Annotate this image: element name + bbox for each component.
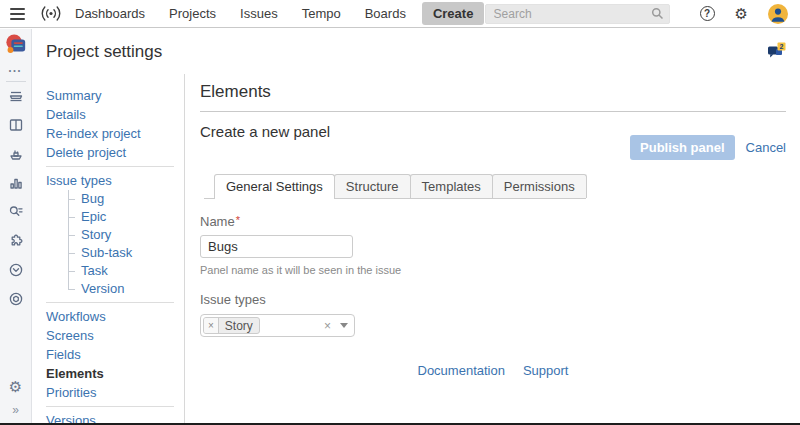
nav-issue-type-subtask[interactable]: Sub-task bbox=[68, 244, 184, 262]
tab-structure[interactable]: Structure bbox=[334, 174, 411, 198]
issue-types-tree: Bug Epic Story Sub-task Task Version bbox=[68, 190, 184, 298]
general-settings-form: Name* Panel name as it will be seen in t… bbox=[200, 214, 786, 378]
nav-issues[interactable]: Issues bbox=[240, 6, 278, 21]
nav-tempo[interactable]: Tempo bbox=[302, 6, 341, 21]
project-avatar[interactable] bbox=[5, 34, 27, 59]
publish-panel-button[interactable]: Publish panel bbox=[630, 135, 735, 160]
divider bbox=[46, 302, 174, 303]
divider bbox=[46, 406, 174, 407]
nav-issue-type-task[interactable]: Task bbox=[68, 262, 184, 280]
divider bbox=[46, 166, 174, 167]
nav-fields[interactable]: Fields bbox=[46, 345, 184, 364]
addons-puzzle-icon[interactable] bbox=[8, 233, 24, 249]
create-button[interactable]: Create bbox=[422, 2, 484, 25]
nav-reindex-project[interactable]: Re-index project bbox=[46, 124, 184, 143]
create-panel-title: Create a new panel bbox=[200, 123, 330, 140]
releases-ship-icon[interactable] bbox=[8, 146, 24, 162]
dropdown-arrow-icon[interactable] bbox=[340, 323, 348, 328]
divider bbox=[6, 81, 26, 82]
nav-issue-type-version[interactable]: Version bbox=[68, 280, 184, 298]
clear-selection-icon[interactable]: × bbox=[324, 319, 331, 333]
top-navigation-bar: Dashboards Projects Issues Tempo Boards … bbox=[0, 0, 800, 28]
nav-details[interactable]: Details bbox=[46, 105, 184, 124]
project-settings-nav: Summary Details Re-index project Delete … bbox=[32, 74, 185, 425]
components-icon[interactable] bbox=[8, 291, 24, 307]
nav-projects[interactable]: Projects bbox=[169, 6, 216, 21]
nav-priorities[interactable]: Priorities bbox=[46, 383, 184, 402]
footer-links: Documentation Support bbox=[200, 363, 786, 378]
nav-issue-types[interactable]: Issue types bbox=[46, 171, 184, 190]
panel-tabs: General Settings Structure Templates Per… bbox=[204, 174, 586, 199]
notification-badge: 2 bbox=[780, 43, 784, 50]
nav-summary[interactable]: Summary bbox=[46, 86, 184, 105]
name-field-label: Name* bbox=[200, 214, 786, 229]
cancel-link[interactable]: Cancel bbox=[746, 140, 786, 155]
help-icon[interactable]: ? bbox=[700, 6, 715, 21]
issue-types-field-label: Issue types bbox=[200, 292, 786, 307]
nav-elements-active[interactable]: Elements bbox=[46, 364, 184, 383]
search-input[interactable] bbox=[485, 4, 670, 24]
form-actions: Publish panel Cancel bbox=[630, 135, 786, 160]
gear-icon[interactable]: ⚙ bbox=[735, 6, 748, 21]
nav-issue-type-story[interactable]: Story bbox=[68, 226, 184, 244]
divider bbox=[200, 111, 786, 112]
nav-screens[interactable]: Screens bbox=[46, 326, 184, 345]
page-title: Project settings bbox=[46, 42, 162, 62]
broadcast-logo-icon[interactable] bbox=[39, 5, 63, 22]
support-link[interactable]: Support bbox=[523, 363, 569, 378]
search-container bbox=[485, 4, 670, 24]
tab-general-settings[interactable]: General Settings bbox=[214, 174, 335, 199]
sidebar-settings-gear-icon[interactable]: ⚙ bbox=[9, 379, 22, 394]
page-header: Project settings 2 bbox=[32, 29, 800, 74]
project-icon-sidebar: ••• ⚙ » bbox=[0, 29, 32, 425]
queues-icon[interactable] bbox=[8, 88, 24, 104]
hamburger-menu-icon[interactable] bbox=[10, 8, 25, 20]
documentation-link[interactable]: Documentation bbox=[418, 363, 505, 378]
search-icon bbox=[651, 7, 664, 20]
expand-sidebar-icon[interactable]: » bbox=[12, 403, 19, 417]
topbar-icon-group: ? ⚙ bbox=[700, 4, 788, 24]
panel-name-input[interactable] bbox=[200, 235, 353, 258]
create-panel-header-row: Create a new panel Publish panel Cancel bbox=[200, 123, 786, 160]
selected-tag-story: × Story bbox=[203, 317, 260, 334]
issues-search-icon[interactable] bbox=[8, 204, 24, 220]
board-icon[interactable] bbox=[8, 117, 24, 133]
tab-templates[interactable]: Templates bbox=[410, 174, 493, 198]
elements-heading: Elements bbox=[200, 82, 786, 102]
nav-delete-project[interactable]: Delete project bbox=[46, 143, 184, 162]
nav-issue-type-bug[interactable]: Bug bbox=[68, 190, 184, 208]
issue-types-select[interactable]: × Story × bbox=[200, 314, 355, 337]
main-content: Elements Create a new panel Publish pane… bbox=[186, 74, 800, 425]
nav-issue-type-epic[interactable]: Epic bbox=[68, 208, 184, 226]
tab-permissions[interactable]: Permissions bbox=[492, 174, 587, 198]
notifications-icon[interactable]: 2 bbox=[767, 42, 786, 62]
name-help-text: Panel name as it will be seen in the iss… bbox=[200, 264, 786, 276]
more-options-icon[interactable]: ••• bbox=[9, 67, 22, 74]
reports-icon[interactable] bbox=[8, 175, 24, 191]
nav-dashboards[interactable]: Dashboards bbox=[75, 6, 145, 21]
nav-workflows[interactable]: Workflows bbox=[46, 307, 184, 326]
nav-boards[interactable]: Boards bbox=[365, 6, 406, 21]
remove-tag-icon[interactable]: × bbox=[204, 318, 219, 333]
top-nav-links: Dashboards Projects Issues Tempo Boards bbox=[75, 6, 406, 21]
required-asterisk: * bbox=[236, 214, 240, 226]
tempo-chevron-icon[interactable] bbox=[8, 262, 24, 278]
avatar[interactable] bbox=[768, 4, 788, 24]
tag-label: Story bbox=[219, 318, 259, 333]
